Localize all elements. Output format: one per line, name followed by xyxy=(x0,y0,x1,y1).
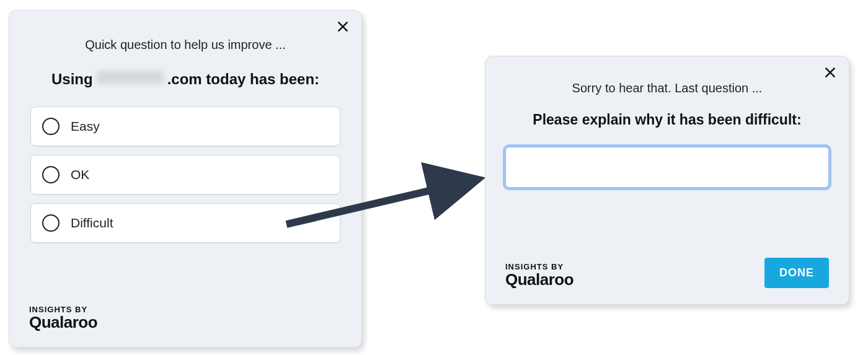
survey-question: Using .com today has been: xyxy=(27,71,344,88)
option-label: OK xyxy=(71,167,89,182)
question-suffix: .com today has been: xyxy=(167,71,319,88)
brand-name: Qualaroo xyxy=(505,271,574,288)
option-easy[interactable]: Easy xyxy=(30,107,340,146)
radio-icon xyxy=(42,166,60,183)
option-label: Difficult xyxy=(71,216,113,230)
survey-card-rating: Quick question to help us improve ... Us… xyxy=(9,10,362,348)
redacted-domain xyxy=(97,71,164,84)
survey-subtitle: Quick question to help us improve ... xyxy=(27,38,344,52)
close-icon xyxy=(824,66,836,79)
brand-name: Qualaroo xyxy=(29,314,97,331)
survey-question: Please explain why it has been difficult… xyxy=(505,112,829,128)
brand-attribution: INSIGHTS BY Qualaroo xyxy=(29,305,97,331)
close-button[interactable] xyxy=(822,64,839,81)
radio-icon xyxy=(42,214,60,232)
feedback-input[interactable] xyxy=(505,147,829,188)
radio-icon xyxy=(42,118,60,135)
close-icon xyxy=(337,20,349,33)
options-list: Easy OK Difficult xyxy=(30,107,340,243)
close-button[interactable] xyxy=(334,18,352,35)
option-label: Easy xyxy=(71,119,100,134)
brand-attribution: INSIGHTS BY Qualaroo xyxy=(505,263,574,288)
option-difficult[interactable]: Difficult xyxy=(30,203,340,243)
card-footer: INSIGHTS BY Qualaroo xyxy=(29,305,342,331)
survey-card-followup: Sorry to hear that. Last question ... Pl… xyxy=(485,56,849,305)
card-footer: INSIGHTS BY Qualaroo DONE xyxy=(505,258,829,288)
question-prefix: Using xyxy=(51,71,93,88)
done-button[interactable]: DONE xyxy=(764,258,829,288)
survey-subtitle: Sorry to hear that. Last question ... xyxy=(505,81,829,95)
option-ok[interactable]: OK xyxy=(30,155,340,195)
